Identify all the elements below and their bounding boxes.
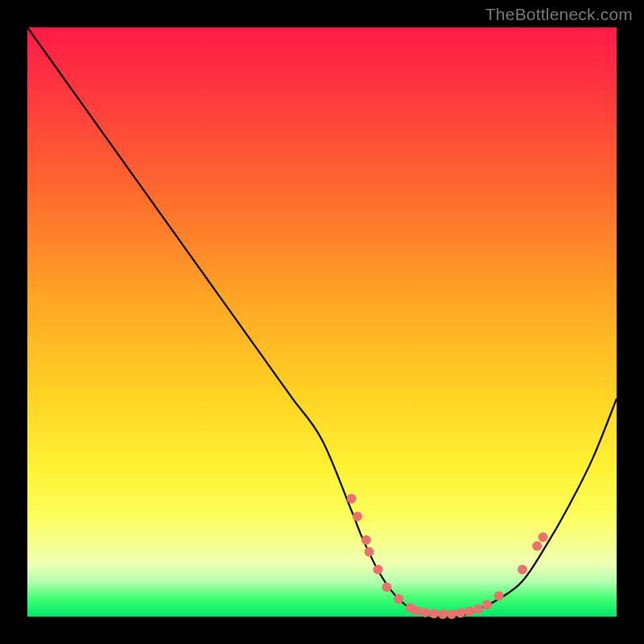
curve-marker xyxy=(438,609,448,619)
curve-marker xyxy=(394,594,403,604)
watermark-text: TheBottleneck.com xyxy=(485,5,633,24)
bottleneck-curve xyxy=(27,27,617,617)
curve-marker xyxy=(518,564,527,574)
curve-marker xyxy=(494,591,504,601)
curve-marker xyxy=(456,609,465,618)
curve-marker xyxy=(353,512,362,522)
curve-marker xyxy=(539,532,548,542)
curve-svg xyxy=(27,27,617,617)
curve-marker xyxy=(361,535,371,545)
curve-marker xyxy=(347,494,357,504)
curve-marker xyxy=(464,606,474,616)
curve-marker xyxy=(473,604,483,613)
curve-marker xyxy=(420,608,430,617)
curve-marker xyxy=(382,582,392,592)
curve-marker xyxy=(374,564,383,574)
curve-marker xyxy=(447,609,456,619)
curve-markers xyxy=(347,494,548,619)
curve-marker xyxy=(532,541,542,551)
plot-area xyxy=(27,27,617,617)
chart-frame: TheBottleneck.com xyxy=(0,0,644,644)
curve-marker xyxy=(429,609,439,618)
curve-marker xyxy=(482,600,492,609)
curve-marker xyxy=(411,606,421,616)
curve-marker xyxy=(365,547,374,556)
